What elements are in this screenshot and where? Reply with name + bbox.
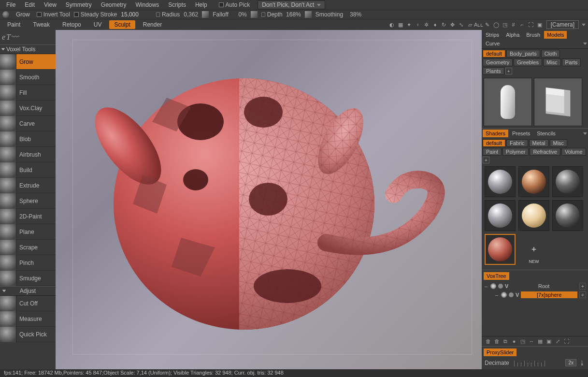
tab-shaders[interactable]: Shaders [483,130,508,137]
scat-misc[interactable]: Misc [550,139,568,147]
falloff-value[interactable]: 0% [230,11,247,18]
chevron-down-icon[interactable] [582,24,586,26]
tool-airbrush[interactable]: Airbrush [0,147,56,162]
smoothing-curve-icon[interactable] [305,11,312,18]
move-icon[interactable]: ✥ [449,21,457,29]
tool-carve[interactable]: Carve [0,116,56,131]
add-category-button[interactable]: + [505,68,512,74]
pen-icon[interactable]: ✎ [484,21,491,29]
shader-steel2[interactable] [485,200,516,231]
menu-geometry[interactable]: Geometry [97,0,130,9]
trash-icon[interactable]: 🗑 [485,338,491,345]
invert-tool-checkbox[interactable]: Invert Tool [37,11,70,18]
shading-dot-icon[interactable] [498,284,503,289]
tree-root-row[interactable]: –V Root + [484,282,586,290]
smoothing-value[interactable]: 38% [345,11,361,18]
falloff-param[interactable]: Falloff 0% [213,11,246,18]
menu-windows[interactable]: Windows [132,0,163,9]
add-shader-cat-button[interactable]: + [483,157,489,163]
decimate-value[interactable]: 2x [565,359,576,366]
tab-strips[interactable]: Strips [483,31,502,39]
shader-copper[interactable] [518,166,549,197]
steady-stroke-checkbox[interactable]: Steady Stroke [74,11,117,18]
scat-default[interactable]: default [483,139,505,147]
tab-brush[interactable]: Brush [523,31,543,39]
viewport-3d[interactable] [56,30,482,369]
radius-value[interactable]: 0,362 [182,11,198,18]
trash2-icon[interactable]: 🗑 [493,338,500,345]
tool-blob[interactable]: Blob [0,131,56,147]
duplicate-icon[interactable]: ⧉ [502,338,509,345]
tool-build[interactable]: Build [0,162,56,178]
radius-param[interactable]: Radius 0,362 [156,11,198,18]
tab-sculpt[interactable]: Sculpt [109,20,135,29]
bulb-icon[interactable]: ♀ [414,21,422,29]
tool-cutoff[interactable]: Cut Off [0,296,56,311]
lock-icon[interactable] [261,12,265,17]
all-icon[interactable]: Aʟʟ [475,21,483,29]
shader-new-button[interactable]: +NEW [518,234,549,265]
tab-render[interactable]: Render [138,20,167,29]
shading-dot-icon[interactable] [509,292,514,297]
add-child-button[interactable]: + [579,291,586,298]
lock-icon[interactable] [156,12,160,17]
tool-grow[interactable]: Grow [0,54,56,70]
cat-default[interactable]: default [483,50,505,58]
tool-plane[interactable]: Plane [0,224,56,240]
tab-retopo[interactable]: Retopo [57,20,86,29]
expand-icon[interactable]: ⛶ [563,338,570,345]
tool-scrape[interactable]: Scrape [0,240,56,255]
depth-param[interactable]: Depth 168% [261,11,301,18]
tool-extrude[interactable]: Extrude [0,178,56,193]
root-label[interactable]: Root [510,283,577,289]
shader-dark[interactable] [552,166,583,197]
pick-mode-dropdown[interactable]: Don't Pick, Don't Act [258,0,325,9]
proxyslider-header[interactable]: ProxySlider [484,348,516,356]
cat-misc[interactable]: Misc [543,58,561,66]
tool-pinch[interactable]: Pinch [0,255,56,271]
shader-dark2[interactable] [552,200,583,231]
tool-quickpick[interactable]: Quick Pick [0,327,56,342]
model-capsule[interactable] [484,78,532,126]
tool-smudge[interactable]: Smudge [0,271,56,286]
cat-greebles[interactable]: Greebles [514,58,542,66]
t-icon[interactable]: T [6,33,11,42]
cat-bodyparts[interactable]: Body_parts [506,50,540,58]
shading-icon[interactable]: ◐ [388,21,396,29]
menu-file[interactable]: File [2,0,19,9]
lock-icon[interactable]: ⤢ [554,338,561,345]
cat-cloth[interactable]: Cloth [541,50,560,58]
tab-tweak[interactable]: Tweak [28,20,55,29]
tab-curve[interactable]: Curve [483,40,502,47]
sphere-label[interactable]: [7x]sphere [521,291,577,298]
tool-sphere[interactable]: Sphere [0,193,56,209]
zoom-icon[interactable]: ⤡ [458,21,465,29]
chevron-down-icon[interactable] [583,43,587,45]
falloff-curve-icon[interactable] [202,11,209,18]
tab-models[interactable]: Models [544,31,567,39]
depth-curve-icon[interactable] [251,11,258,18]
smoothing-param[interactable]: Smoothing 38% [316,11,361,18]
scat-volume[interactable]: Volume [561,148,586,156]
voxtree-header[interactable]: VoxTree [484,272,509,280]
scat-paint[interactable]: Paint [483,148,502,156]
layers-icon[interactable]: ▣ [536,21,544,29]
model-cube[interactable] [534,78,582,126]
scat-metal[interactable]: Metal [529,139,549,147]
menu-edit[interactable]: Edit [21,0,39,9]
cat-plants[interactable]: Plants [483,67,504,75]
light-icon[interactable]: ✦ [405,21,413,29]
scat-refractive[interactable]: Refractive [530,148,560,156]
tool-voxclay[interactable]: Vox.Clay [0,101,56,116]
voxel-tools-header[interactable]: Voxel Tools [0,44,56,54]
hash-icon[interactable]: # [510,21,517,29]
frame-icon[interactable]: ⛶ [527,21,535,29]
shader-steel[interactable] [485,166,516,197]
shader-red-selected[interactable] [485,234,516,265]
tree-sphere-row[interactable]: –V [7x]sphere + [484,290,586,299]
tab-presets[interactable]: Presets [509,130,533,137]
scat-fabric[interactable]: Fabric [506,139,528,147]
circle-icon[interactable]: ● [511,338,517,345]
cube-icon[interactable]: ◳ [519,338,526,345]
tab-uv[interactable]: UV [89,20,107,29]
